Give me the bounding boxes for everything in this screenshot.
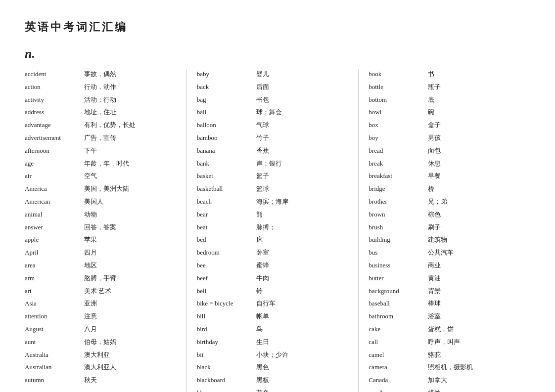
- list-item: action行动，动作: [25, 82, 177, 92]
- list-item: autumn秋天: [25, 375, 177, 386]
- chinese-meaning: 蛋糕，饼: [428, 324, 454, 335]
- english-word: action: [25, 82, 84, 92]
- list-item: black黑色: [197, 362, 349, 373]
- english-word: America: [25, 184, 84, 194]
- chinese-meaning: 建筑物: [428, 235, 447, 245]
- english-word: call: [369, 337, 428, 348]
- chinese-meaning: 四月: [84, 248, 97, 258]
- list-item: accident事故，偶然: [25, 69, 177, 80]
- english-word: banana: [197, 146, 256, 156]
- chinese-meaning: 黄油: [428, 273, 441, 284]
- list-item: bottle瓶子: [369, 82, 520, 92]
- english-word: bottle: [369, 82, 428, 92]
- english-word: candle: [369, 388, 428, 392]
- list-item: bee蜜蜂: [197, 261, 349, 271]
- english-word: aunt: [25, 337, 84, 348]
- list-item: attention注意: [25, 311, 177, 322]
- english-word: camera: [369, 362, 428, 373]
- list-item: animal动物: [25, 210, 177, 220]
- list-item: Canada加拿大: [369, 375, 520, 386]
- chinese-meaning: 动物: [84, 210, 97, 220]
- english-word: bag: [197, 95, 256, 105]
- list-item: Australia澳大利亚: [25, 350, 177, 360]
- list-item: bell铃: [197, 286, 349, 297]
- chinese-meaning: 早餐: [428, 171, 441, 181]
- english-word: boy: [369, 133, 428, 143]
- list-item: Australian澳大利亚人: [25, 362, 177, 373]
- chinese-meaning: 浴室: [428, 311, 441, 322]
- chinese-meaning: 事故，偶然: [84, 69, 116, 80]
- list-item: break休息: [369, 159, 520, 169]
- english-word: building: [369, 235, 428, 245]
- chinese-meaning: 书: [428, 69, 434, 80]
- english-word: bridge: [369, 184, 428, 194]
- list-item: cake蛋糕，饼: [369, 324, 520, 335]
- column-2: baby婴儿back后面bag书包ball球；舞会balloon气球bamboo…: [186, 69, 359, 392]
- part-label: n.: [25, 46, 530, 61]
- chinese-meaning: 帐单: [256, 311, 269, 322]
- english-word: balloon: [197, 120, 256, 131]
- english-word: bed: [197, 235, 256, 245]
- list-item: bed床: [197, 235, 349, 245]
- list-item: banana香蕉: [197, 146, 349, 156]
- english-word: activity: [25, 95, 84, 105]
- list-item: brush刷子: [369, 222, 520, 233]
- chinese-meaning: 八月: [84, 324, 97, 335]
- list-item: candle蜡烛: [369, 388, 520, 392]
- english-word: Australian: [25, 362, 84, 373]
- english-word: April: [25, 248, 84, 258]
- chinese-meaning: 苹果: [84, 235, 97, 245]
- list-item: America美国，美洲大陆: [25, 184, 177, 194]
- chinese-meaning: 篮子: [256, 171, 269, 181]
- english-word: cake: [369, 324, 428, 335]
- english-word: animal: [25, 210, 84, 220]
- english-word: bank: [197, 159, 256, 169]
- chinese-meaning: 地区: [84, 261, 97, 271]
- column-3: book书bottle瓶子bottom底bowl碗box盒子boy男孩bread…: [358, 69, 530, 392]
- english-word: afternoon: [25, 146, 84, 156]
- english-word: age: [25, 159, 84, 169]
- list-item: business商业: [369, 261, 520, 271]
- list-item: advantage有利，优势，长处: [25, 120, 177, 131]
- list-item: beat脉搏；: [197, 222, 349, 233]
- list-item: breakfast早餐: [369, 171, 520, 181]
- list-item: activity活动；行动: [25, 95, 177, 105]
- english-word: butter: [369, 273, 428, 284]
- list-item: baby婴儿: [197, 69, 349, 80]
- list-item: call呼声，叫声: [369, 337, 520, 348]
- english-word: beef: [197, 273, 256, 284]
- chinese-meaning: 注意: [84, 311, 97, 322]
- english-word: brown: [369, 210, 428, 220]
- list-item: address地址，住址: [25, 107, 177, 118]
- list-item: book书: [369, 69, 520, 80]
- list-item: bridge桥: [369, 184, 520, 194]
- english-word: August: [25, 324, 84, 335]
- list-item: American美国人: [25, 197, 177, 207]
- chinese-meaning: 地址，住址: [84, 107, 116, 118]
- english-word: bamboo: [197, 133, 256, 143]
- english-word: beach: [197, 197, 256, 207]
- chinese-meaning: 鸟: [256, 324, 263, 335]
- english-word: break: [369, 159, 428, 169]
- list-item: bit小块；少许: [197, 350, 349, 360]
- list-item: butter黄油: [369, 273, 520, 284]
- list-item: camera照相机，摄影机: [369, 362, 520, 373]
- chinese-meaning: 碗: [428, 107, 434, 118]
- english-word: Australia: [25, 350, 84, 360]
- english-word: autumn: [25, 375, 84, 386]
- english-word: box: [369, 120, 428, 131]
- english-word: art: [25, 286, 84, 297]
- chinese-meaning: 行动，动作: [84, 82, 116, 92]
- list-item: bank岸；银行: [197, 159, 349, 169]
- list-item: bowl碗: [369, 107, 520, 118]
- english-word: bee: [197, 261, 256, 271]
- chinese-meaning: 胳膊，手臂: [84, 273, 116, 284]
- chinese-meaning: 生日: [256, 337, 269, 348]
- chinese-meaning: 美国人: [84, 197, 103, 207]
- chinese-meaning: 兄；弟: [428, 197, 447, 207]
- chinese-meaning: 脉搏；: [256, 222, 276, 233]
- chinese-meaning: 照相机，摄影机: [428, 362, 473, 373]
- chinese-meaning: 商业: [428, 261, 441, 271]
- chinese-meaning: 有利，优势，长处: [84, 120, 136, 131]
- english-word: basket: [197, 171, 256, 181]
